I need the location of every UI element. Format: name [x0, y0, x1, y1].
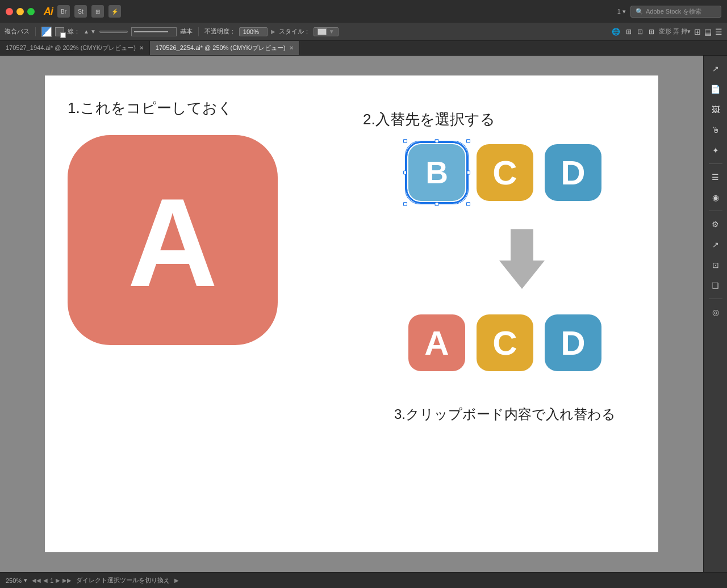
panel-menu-icon[interactable]: ☰: [715, 27, 722, 36]
d-result-letter: D: [561, 324, 585, 363]
c-top-letter: C: [492, 153, 517, 192]
icon-b[interactable]: B: [408, 144, 465, 201]
tab-1[interactable]: 170527_1944.ai* @ 202% (CMYK/プレビュー) ✕: [0, 41, 150, 55]
first-page-btn[interactable]: ◀◀: [32, 577, 41, 583]
grid-icon[interactable]: ⊞: [91, 5, 104, 18]
panel-sep-2: [709, 211, 722, 211]
panel-circle-icon[interactable]: ◉: [707, 189, 724, 206]
zoom-chevron[interactable]: ▾: [24, 577, 27, 584]
step3-label: 3.クリップボード内容で入れ替わる: [394, 405, 616, 423]
panel-doc-icon[interactable]: 📄: [707, 81, 724, 98]
fill-swatch[interactable]: [41, 27, 52, 37]
panel-gear-icon[interactable]: ⚙: [707, 216, 724, 233]
panel-image-icon[interactable]: 🖼: [707, 101, 724, 118]
tab-1-close[interactable]: ✕: [139, 45, 144, 51]
stroke-value-field[interactable]: [99, 31, 128, 33]
page-nav: ◀◀ ◀ 1 ▶ ▶▶: [32, 577, 72, 584]
next-page-btn[interactable]: ▶: [56, 577, 60, 583]
status-bar: 250% ▾ ◀◀ ◀ 1 ▶ ▶▶ ダイレクト選択ツールを切り換え ▶: [0, 572, 727, 588]
panel-arrow-icon[interactable]: ↗: [707, 60, 724, 77]
step2-label: 2.入替先を選択する: [363, 110, 495, 129]
icon-d-result: D: [545, 314, 601, 371]
panel-sep-1: [709, 163, 722, 164]
icon-c-result: C: [477, 314, 533, 371]
style-chevron[interactable]: ▼: [329, 28, 335, 35]
icon-a-result: A: [408, 314, 465, 371]
canvas: 1.これをコピーしておく A 2.入替先を選択する: [45, 75, 658, 552]
stroke-swatch[interactable]: [55, 27, 64, 36]
icon-d-top[interactable]: D: [545, 144, 601, 201]
prev-page-btn[interactable]: ◀: [43, 577, 48, 583]
arrow-down-svg: [494, 229, 550, 292]
handle-tl: [403, 139, 407, 143]
opacity-label: 不透明度：: [204, 27, 236, 36]
a-result-letter: A: [424, 324, 449, 363]
tab-1-label: 170527_1944.ai* @ 202% (CMYK/プレビュー): [6, 44, 136, 52]
step1-label: 1.これをコピーしておく: [68, 98, 233, 118]
stroke-style-field[interactable]: [131, 27, 177, 36]
hint-arrow[interactable]: ▶: [174, 577, 179, 583]
panel-link-icon[interactable]: ↗: [707, 236, 724, 253]
style-swatch: [317, 28, 327, 35]
stock-icon[interactable]: St: [74, 5, 87, 18]
zoom-value: 250%: [6, 577, 22, 584]
panel-arrange-icon[interactable]: ▤: [704, 27, 712, 36]
globe-icon[interactable]: 🌐: [611, 27, 621, 37]
minimize-button[interactable]: [16, 8, 24, 15]
panel-expand-icon[interactable]: ⊡: [707, 257, 724, 274]
handle-bm: [435, 202, 439, 206]
handle-ml: [403, 171, 407, 175]
search-bar[interactable]: 🔍 Adobe Stock を検索: [630, 6, 721, 18]
panel-layers-icon[interactable]: ❏: [707, 277, 724, 294]
opacity-chevron[interactable]: ▶: [271, 28, 275, 35]
close-button[interactable]: [6, 8, 13, 15]
panel-sep-3: [709, 299, 722, 299]
handle-bl: [403, 202, 407, 206]
toolbar-sep-1: [35, 27, 36, 36]
stroke-label: 線：: [68, 27, 80, 36]
style-field[interactable]: ▼: [314, 27, 339, 36]
title-icons: Br St ⊞ ⚡: [57, 5, 121, 18]
path-label: 複合パス: [5, 27, 30, 36]
bridge-icon[interactable]: Br: [57, 5, 70, 18]
grid2-icon[interactable]: ⊞: [625, 27, 633, 37]
big-app-icon-a: A: [68, 135, 278, 345]
stroke-up[interactable]: ▲: [83, 28, 89, 35]
version-badge: 1 ▾: [617, 8, 626, 15]
b-letter: B: [425, 154, 448, 191]
d-top-letter: D: [561, 153, 585, 192]
opacity-field[interactable]: 100%: [239, 27, 268, 36]
toolbar-sep-2: [198, 27, 199, 36]
search-placeholder: Adobe Stock を検索: [646, 7, 701, 16]
base-label: 基本: [180, 27, 193, 36]
align-icon[interactable]: ⊞: [647, 27, 655, 37]
toolbar: 複合パス 線： ▲ ▼ 基本 不透明度： 100% ▶ スタイル： ▼ 🌐 ⊞ …: [0, 23, 727, 41]
more-label: 変形 弄 押▾: [659, 27, 691, 36]
tab-bar: 170527_1944.ai* @ 202% (CMYK/プレビュー) ✕ 17…: [0, 41, 727, 56]
toolbar-right: 🌐 ⊞ ⊡ ⊞ 変形 弄 押▾ ⊞ ▤ ☰: [611, 27, 722, 37]
panel-star-icon[interactable]: ✦: [707, 142, 724, 159]
transform-icon[interactable]: ⊡: [636, 27, 644, 37]
canvas-area: 1.これをコピーしておく A 2.入替先を選択する: [0, 56, 703, 572]
panel-grid-icon[interactable]: ⊞: [694, 27, 701, 36]
stroke-down[interactable]: ▼: [90, 28, 96, 35]
panel-menu-icon[interactable]: ☰: [707, 169, 724, 186]
handle-tm: [435, 139, 439, 143]
panel-effect-icon[interactable]: ◎: [707, 304, 724, 321]
step2-column: 2.入替先を選択する: [363, 98, 647, 423]
settings-icon[interactable]: ⚡: [108, 5, 121, 18]
tab-2-close[interactable]: ✕: [289, 45, 294, 51]
handle-mr: [466, 171, 470, 175]
right-panel: ↗ 📄 🖼 🖱 ✦ ☰ ◉ ⚙ ↗ ⊡ ❏ ◎: [703, 56, 727, 572]
tab-2-label: 170526_2254.ai* @ 250% (CMYK/プレビュー): [156, 44, 286, 52]
panel-cursor-icon[interactable]: 🖱: [707, 121, 724, 138]
tab-2[interactable]: 170526_2254.ai* @ 250% (CMYK/プレビュー) ✕: [150, 41, 300, 55]
icon-c-top[interactable]: C: [477, 144, 533, 201]
zoom-control[interactable]: 250% ▾: [6, 577, 27, 584]
last-page-btn[interactable]: ▶▶: [62, 577, 72, 583]
app-icon: Ai: [44, 6, 53, 18]
handle-br: [466, 202, 470, 206]
fullscreen-button[interactable]: [27, 8, 35, 15]
big-a-letter: A: [128, 180, 218, 305]
c-result-letter: C: [492, 324, 517, 363]
